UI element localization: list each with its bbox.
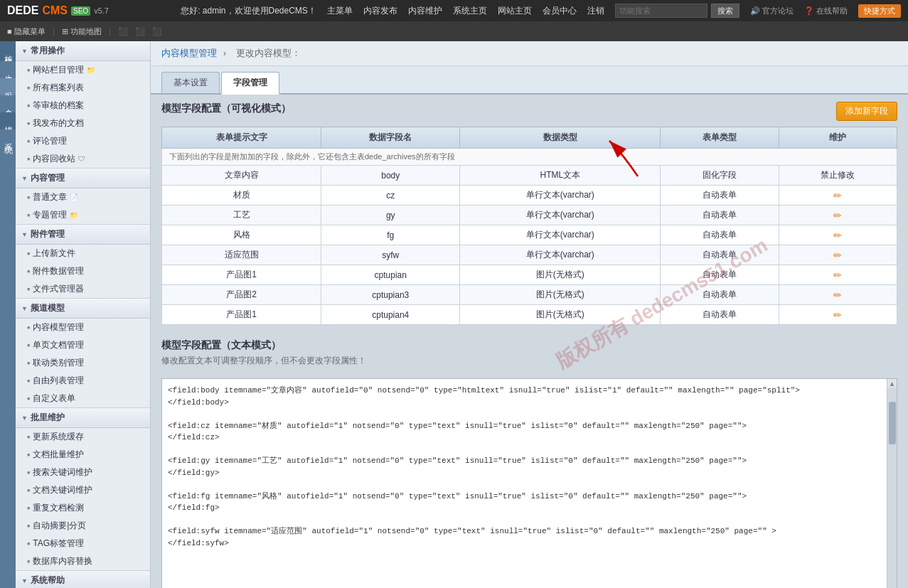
sidebar-item-content-model[interactable]: 内容模型管理 bbox=[16, 319, 150, 336]
vert-tab-core[interactable]: 核心模块 bbox=[0, 41, 17, 61]
sidebar-section-attachment-header[interactable]: 附件管理 bbox=[16, 225, 150, 245]
toolbar-icon1[interactable]: ⬛ bbox=[118, 27, 128, 36]
scrollbar-track bbox=[887, 387, 897, 588]
cell-formtype-2: 自动表单 bbox=[661, 205, 779, 225]
cell-action-7[interactable]: ✏ bbox=[779, 305, 897, 325]
sidebar-item-search-keyword[interactable]: 搜索关键词维护 bbox=[16, 464, 150, 481]
sidebar-item-all-archives[interactable]: 所有档案列表 bbox=[16, 79, 150, 97]
sidebar-item-single-page[interactable]: 单页文档管理 bbox=[16, 336, 150, 354]
sidebar-section-batch-header[interactable]: 批里维护 bbox=[16, 408, 150, 428]
cell-action-4[interactable]: ✏ bbox=[779, 245, 897, 265]
cell-action-5[interactable]: ✏ bbox=[779, 265, 897, 285]
breadcrumb-current: 更改内容模型： bbox=[236, 48, 301, 58]
table-row: 风格 fg 单行文本(varchar) 自动表单 ✏ bbox=[162, 225, 897, 245]
sidebar-item-batch-docs[interactable]: 文档批量维护 bbox=[16, 446, 150, 464]
edit-icon-7[interactable]: ✏ bbox=[833, 309, 842, 321]
edit-icon-3[interactable]: ✏ bbox=[833, 230, 842, 241]
search-button[interactable]: 搜索 bbox=[711, 4, 739, 18]
visual-mode-title: 模型字段配置（可视化模式） bbox=[161, 102, 291, 115]
sidebar-section-content-header[interactable]: 内容管理 bbox=[16, 169, 150, 188]
code-scrollbar[interactable]: ▲ ▼ bbox=[887, 379, 897, 588]
vert-tab-member[interactable]: 会员 bbox=[0, 95, 17, 112]
sidebar-item-upload[interactable]: 上传新文件 bbox=[16, 245, 150, 262]
cell-datatype-0: HTML文本 bbox=[460, 166, 661, 186]
sidebar-item-auto-summary[interactable]: 自动摘要|分页 bbox=[16, 517, 150, 535]
sidebar-item-free-list[interactable]: 自由列表管理 bbox=[16, 372, 150, 390]
cell-field-1: cz bbox=[321, 186, 460, 205]
sidebar-item-linked-category[interactable]: 联动类别管理 bbox=[16, 354, 150, 372]
edit-icon-4[interactable]: ✏ bbox=[833, 250, 842, 261]
nav-member[interactable]: 会员中心 bbox=[543, 5, 577, 17]
cell-label-6: 产品图2 bbox=[162, 285, 321, 305]
sidebar-item-specials[interactable]: 专题管理 📁 bbox=[16, 206, 150, 224]
cell-field-2: gy bbox=[321, 205, 460, 225]
func-map-btn[interactable]: ⊞ 功能地图 bbox=[62, 26, 102, 37]
sidebar-section-channel-header[interactable]: 频道模型 bbox=[16, 299, 150, 319]
code-area-wrapper: <field:body itemname="文章内容" autofield="0… bbox=[161, 378, 897, 588]
sidebar-item-custom-form[interactable]: 自定义表单 bbox=[16, 390, 150, 407]
sidebar-section-attachment: 附件管理 上传新文件 附件数据管理 文件式管理器 bbox=[16, 225, 150, 299]
nav-logout[interactable]: 注销 bbox=[587, 5, 604, 17]
header-right: 您好: admin，欢迎使用DedeCMS！ 主菜单 内容发布 内容维护 系统主… bbox=[181, 4, 901, 18]
help-link[interactable]: 在线帮助 bbox=[804, 6, 848, 16]
sidebar-item-dup-check[interactable]: 重复文档检测 bbox=[16, 499, 150, 517]
note-row: 下面列出的字段是附加加的字段，除此外，它还包含主表dede_archives的所… bbox=[162, 149, 897, 166]
edit-icon-2[interactable]: ✏ bbox=[833, 210, 842, 221]
sidebar-section-help: 系统帮助 bbox=[16, 571, 150, 588]
section-header-row: 模型字段配置（可视化模式） 添加新字段 bbox=[161, 102, 897, 121]
toolbar: ■ 隐藏菜单 | ⊞ 功能地图 | ⬛ ⬛ ⬛ bbox=[0, 21, 908, 41]
vert-tab-collect[interactable]: 采集 bbox=[0, 78, 17, 95]
nav-maintain[interactable]: 内容维护 bbox=[408, 5, 442, 17]
code-textarea[interactable]: <field:body itemname="文章内容" autofield="0… bbox=[162, 379, 887, 588]
sidebar-item-comments[interactable]: 评论管理 bbox=[16, 132, 150, 150]
vert-tab-system[interactable]: 系统 bbox=[0, 129, 17, 146]
sidebar-item-site-columns[interactable]: 网站栏目管理 📁 bbox=[16, 61, 150, 79]
sidebar-item-pending[interactable]: 等审核的档案 bbox=[16, 97, 150, 114]
hide-menu-btn[interactable]: ■ 隐藏菜单 bbox=[7, 26, 46, 37]
nav-publish[interactable]: 内容发布 bbox=[363, 5, 397, 17]
nav-site-home[interactable]: 网站主页 bbox=[498, 5, 532, 17]
cell-action-6[interactable]: ✏ bbox=[779, 285, 897, 305]
vert-tab-generate[interactable]: 生成 bbox=[0, 61, 17, 78]
col-label: 表单提示文字 bbox=[162, 127, 321, 149]
sidebar-item-attachment-data[interactable]: 附件数据管理 bbox=[16, 262, 150, 280]
nav-sys-home[interactable]: 系统主页 bbox=[453, 5, 487, 17]
toolbar-icon3[interactable]: ⬛ bbox=[152, 27, 162, 36]
tab-basic-settings[interactable]: 基本设置 bbox=[161, 72, 220, 93]
sidebar-section-common-header[interactable]: 常用操作 bbox=[16, 41, 150, 61]
cell-action-2[interactable]: ✏ bbox=[779, 205, 897, 225]
sidebar-item-db-replace[interactable]: 数据库内容替换 bbox=[16, 552, 150, 570]
sidebar-item-doc-keyword[interactable]: 文档关键词维护 bbox=[16, 481, 150, 499]
quick-access-button[interactable]: 快捷方式 bbox=[858, 4, 901, 18]
cell-formtype-3: 自动表单 bbox=[661, 225, 779, 245]
sidebar-item-my-docs[interactable]: 我发布的文档 bbox=[16, 114, 150, 132]
cell-action-1[interactable]: ✏ bbox=[779, 186, 897, 205]
search-input[interactable] bbox=[615, 4, 707, 18]
sidebar-section-common: 常用操作 网站栏目管理 📁 所有档案列表 等审核的档案 我发布的文档 评论管理 … bbox=[16, 41, 150, 169]
vert-tab-template[interactable]: 模板 bbox=[0, 112, 17, 129]
breadcrumb-parent[interactable]: 内容模型管理 bbox=[161, 48, 217, 58]
left-vertical-tabs: 核心模块 生成 采集 会员 模板 系统 bbox=[0, 41, 16, 588]
cell-formtype-0: 固化字段 bbox=[661, 166, 779, 186]
toolbar-icon2[interactable]: ⬛ bbox=[135, 27, 145, 36]
forum-link[interactable]: 官方论坛 bbox=[750, 6, 794, 16]
sidebar-item-file-manager[interactable]: 文件式管理器 bbox=[16, 280, 150, 298]
sidebar-item-articles[interactable]: 普通文章 📄 bbox=[16, 188, 150, 206]
tab-field-management[interactable]: 字段管理 bbox=[221, 72, 279, 95]
edit-icon-5[interactable]: ✏ bbox=[833, 269, 842, 281]
add-field-button[interactable]: 添加新字段 bbox=[836, 102, 897, 121]
edit-icon-6[interactable]: ✏ bbox=[833, 289, 842, 301]
sidebar-section-help-header[interactable]: 系统帮助 bbox=[16, 571, 150, 588]
cell-action-3[interactable]: ✏ bbox=[779, 225, 897, 245]
cell-formtype-4: 自动表单 bbox=[661, 245, 779, 265]
edit-icon-1[interactable]: ✏ bbox=[833, 190, 842, 201]
scrollbar-thumb[interactable] bbox=[889, 402, 896, 444]
nav-main-menu[interactable]: 主菜单 bbox=[327, 5, 353, 17]
sidebar-item-update-cache[interactable]: 更新系统缓存 bbox=[16, 428, 150, 446]
sidebar-item-tag[interactable]: TAG标签管理 bbox=[16, 535, 150, 552]
scrollbar-up[interactable]: ▲ bbox=[887, 379, 897, 387]
sidebar-item-recycle[interactable]: 内容回收站 🛡 bbox=[16, 150, 150, 168]
cell-label-3: 风格 bbox=[162, 225, 321, 245]
cell-label-7: 产品图1 bbox=[162, 305, 321, 325]
note-text: 下面列出的字段是附加加的字段，除此外，它还包含主表dede_archives的所… bbox=[162, 149, 897, 166]
